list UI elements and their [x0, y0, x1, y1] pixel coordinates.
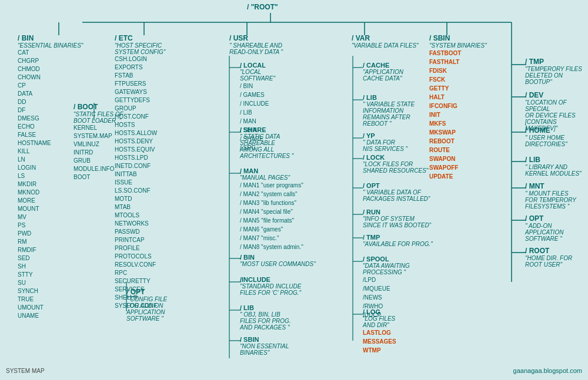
usr-share-node: / SHARE " STATIC DATASHAREABLEAMONG ALLA…	[240, 126, 293, 159]
var-cache-node: / CACHE "APPLICATIONCACHE DATA"	[363, 62, 403, 82]
etc-opt-node: / OPT " CONFIG FILEFOR ADD ONAPPLICATION…	[126, 288, 167, 322]
var-run-node: / RUN "INFO OF SYSTEMSINCE IT WAS BOOTED…	[363, 209, 431, 228]
watermark: gaanagaa.blogspot.com	[513, 367, 582, 374]
usr-bin-node: / BIN "MOST USER COMMANDS"	[240, 254, 316, 267]
mnt-node: / MNT " MOUNT FILESFOR TEMPERORYFILESYST…	[525, 182, 576, 210]
opt-node: / OPT " ADD-ON APPLICATIONSOFTWARE "	[525, 214, 588, 242]
var-log-node: / LOG "LOG FILESAND DIR" LASTLOGMESSAGES…	[363, 308, 396, 355]
var-node: / VAR "VARIABLE DATA FILES"	[352, 34, 419, 49]
tmp-node: / TMP "TEMPERORY FILESDELETED ON BOOTUP"	[525, 58, 588, 85]
system-map-label: SYSTEM MAP	[6, 368, 45, 374]
var-tmp-node: / TMP "AVAILABLE FOR PROG."	[363, 234, 433, 247]
usr-include-node: /INCLUDE "STANDARD INCLUDEFILES FOR 'C' …	[240, 276, 302, 296]
var-lock-node: / LOCK "LOCK FILES FORSHARED RESOURCES"	[363, 154, 428, 174]
lib-node: / LIB " LIBRARY ANDKERNEL MODULES"	[525, 156, 582, 177]
root-home-node: / ROOT "HOME DIR. FORROOT USER"	[525, 247, 572, 268]
sbin-node: / SBIN "SYSTEM BINARIES" FASTBOOTFASTHAL…	[429, 34, 487, 181]
tree-container: / "ROOT" / BIN "ESSENTIAL BINARIES" CATC…	[0, 0, 588, 380]
var-opt-node: / OPT " VARIABLE DATA OFPACKAGES INSTALL…	[363, 182, 430, 202]
var-yp-node: / YP " DATA FORNIS SERVICES "	[363, 132, 407, 152]
home-node: / HOME " USER HOMEDIRECTORIES"	[525, 126, 567, 147]
usr-man-node: / MAN "MANUAL PAGES" / MAN1 "user progra…	[240, 167, 303, 251]
dev-node: / DEV "LOCATION OF SPECIALOR DEVICE FILE…	[525, 91, 588, 132]
usr-sbin-node: / SBIN "NON ESSENTIALBINARIES"	[240, 336, 289, 356]
etc-node: / ETC "HOST SPECIFICSYSTEM CONFIG" CSH.L…	[115, 34, 165, 310]
usr-lib-node: / LIB " OBJ, BIN, LIBFILES FOR PROG.AND …	[240, 304, 291, 331]
usr-node: / USR " SHAREABLE ANDREAD-ONLY DATA "	[229, 34, 283, 55]
root-node: / "ROOT"	[247, 3, 278, 11]
var-lib-node: / LIB " VARIABLE STATEINFORMATIONREMAINS…	[363, 94, 415, 127]
